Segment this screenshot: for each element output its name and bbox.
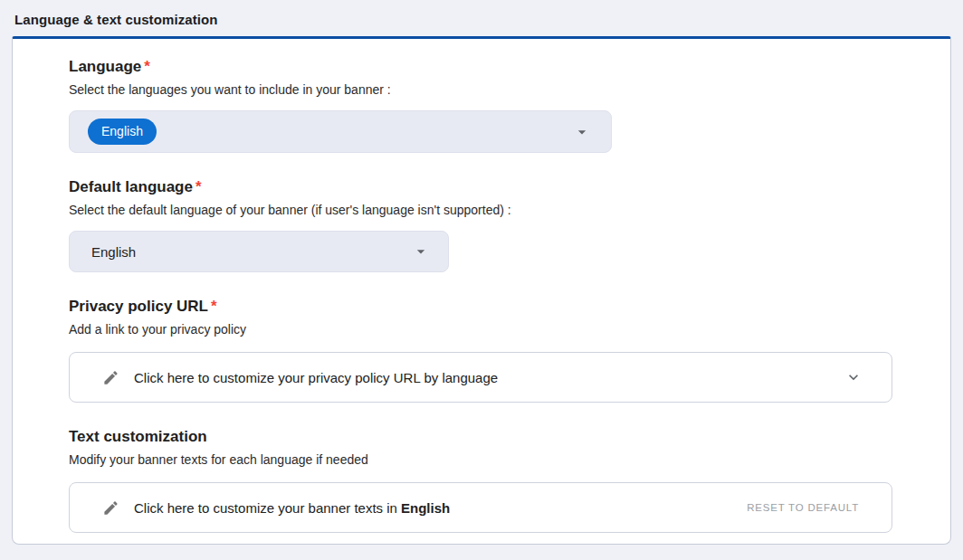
privacy-policy-label: Privacy policy URL (69, 298, 208, 315)
section-language: Language* Select the languages you want … (69, 58, 894, 153)
default-language-label: Default language (69, 178, 193, 195)
privacy-policy-expander-text: Click here to customize your privacy pol… (134, 370, 498, 385)
reset-to-default-button[interactable]: RESET TO DEFAULT (743, 497, 863, 518)
default-language-selected-value: English (91, 244, 136, 260)
page-title: Language & text customization (0, 0, 963, 36)
language-chip-english[interactable]: English (88, 119, 157, 145)
banner-texts-text-prefix: Click here to customize your banner text… (134, 500, 397, 516)
banner-texts-customize-text: Click here to customize your banner text… (134, 500, 450, 516)
required-marker: * (144, 58, 150, 75)
banner-texts-language: English (401, 500, 450, 516)
chevron-down-icon (844, 368, 863, 386)
language-label: Language (69, 58, 141, 75)
pencil-icon (102, 369, 119, 386)
pencil-icon (102, 499, 119, 517)
text-customization-description: Modify your banner texts for each langua… (69, 452, 894, 467)
text-customization-heading: Text customization (69, 428, 894, 446)
text-customization-label: Text customization (69, 428, 207, 445)
privacy-policy-description: Add a link to your privacy policy (69, 322, 894, 337)
privacy-policy-heading: Privacy policy URL* (69, 298, 894, 316)
languages-multiselect[interactable]: English (69, 110, 612, 153)
language-customization-card: Language* Select the languages you want … (12, 36, 951, 545)
caret-down-icon (412, 242, 430, 261)
section-text-customization: Text customization Modify your banner te… (69, 428, 894, 533)
required-marker: * (211, 298, 217, 315)
required-marker: * (195, 178, 202, 195)
section-privacy-policy: Privacy policy URL* Add a link to your p… (69, 298, 894, 403)
default-language-description: Select the default language of your bann… (69, 203, 894, 217)
banner-texts-customize-row[interactable]: Click here to customize your banner text… (69, 482, 892, 533)
default-language-select[interactable]: English (69, 231, 449, 272)
language-description: Select the languages you want to include… (69, 82, 894, 97)
default-language-heading: Default language* (69, 178, 894, 196)
section-default-language: Default language* Select the default lan… (69, 178, 894, 272)
caret-down-icon (573, 123, 591, 141)
privacy-policy-expander[interactable]: Click here to customize your privacy pol… (69, 352, 892, 403)
language-heading: Language* (69, 58, 894, 76)
